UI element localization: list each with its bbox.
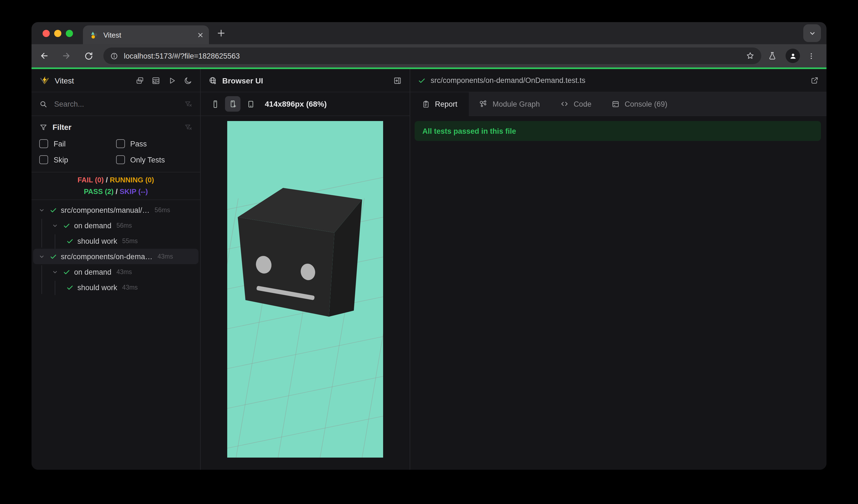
checkbox[interactable] (39, 155, 48, 164)
console-icon (611, 100, 620, 108)
chevron-down-icon[interactable] (39, 254, 45, 259)
filter-checkbox-fail[interactable]: Fail (39, 139, 116, 148)
filter-checkbox-pass[interactable]: Pass (116, 139, 192, 148)
chevron-down-icon[interactable] (39, 207, 45, 213)
reload-button[interactable] (79, 46, 98, 65)
experiments-flask-icon[interactable] (763, 47, 781, 65)
test-case-row[interactable]: should work 43ms (32, 280, 200, 295)
tab-title: Vitest (104, 31, 197, 39)
tab-module-graph[interactable]: Module Graph (469, 92, 550, 115)
close-window-button[interactable] (43, 30, 50, 37)
tree-guide (55, 234, 55, 249)
address-bar[interactable]: localhost:5173/#/?file=1828625563 (104, 48, 761, 64)
forward-button[interactable] (57, 46, 76, 65)
tree-guide (42, 219, 42, 248)
close-tab-icon[interactable] (197, 32, 204, 38)
tree-guide (42, 265, 42, 294)
tab-strip: Vitest (32, 22, 826, 44)
report-body: All tests passed in this file (410, 116, 826, 470)
funnel-icon (39, 123, 48, 131)
browser-tab-vitest[interactable]: Vitest (83, 26, 209, 44)
viewport-size-label: 414x896px (68%) (265, 99, 327, 108)
test-case-row[interactable]: should work 55ms (32, 233, 200, 249)
device-phone-small-icon[interactable] (207, 96, 223, 112)
test-file-row[interactable]: src/components/manual/… 56ms (32, 202, 200, 218)
pass-check-icon (50, 253, 57, 260)
filter-checkbox-skip[interactable]: Skip (39, 155, 116, 164)
code-icon (560, 99, 569, 108)
module-graph-icon (479, 99, 488, 108)
minimize-window-button[interactable] (54, 30, 61, 37)
dark-mode-moon-icon[interactable] (184, 76, 192, 85)
search-row (32, 92, 200, 116)
clear-filters-icon[interactable] (184, 123, 192, 131)
test-suite-row[interactable]: on demand 43ms (32, 264, 200, 280)
checkbox[interactable] (39, 139, 48, 148)
tab-console[interactable]: Console (69) (602, 92, 678, 115)
site-info-icon[interactable] (110, 52, 118, 60)
test-suite-row[interactable]: on demand 56ms (32, 218, 200, 233)
test-summary: FAIL (0) / RUNNING (0) PASS (2) / SKIP (… (32, 173, 200, 200)
pass-check-icon (66, 284, 74, 291)
summary-line-1: FAIL (0) / RUNNING (0) (32, 174, 200, 186)
clipboard-icon (422, 100, 430, 108)
tab-search-button[interactable] (803, 24, 821, 42)
filter-checkbox-only-tests[interactable]: Only Tests (116, 155, 192, 164)
test-file-path: src/components/on-demand/OnDemand.test.t… (431, 76, 586, 84)
robot-cube (238, 188, 362, 316)
device-tablet-icon[interactable] (243, 96, 258, 112)
globe-icon (208, 76, 217, 85)
checkbox[interactable] (116, 155, 125, 164)
report-tabbar: Report Module Graph Code (410, 92, 826, 116)
viewport-area (201, 116, 410, 470)
pass-check-icon (66, 237, 74, 245)
dashboard-icon[interactable] (152, 76, 160, 85)
vitest-ui: Vitest (32, 69, 826, 470)
device-phone-add-icon[interactable] (225, 96, 240, 112)
browser-menu-kebab-icon[interactable] (802, 47, 820, 65)
pass-check-icon (63, 222, 70, 229)
bookmark-star-icon[interactable] (743, 51, 758, 60)
new-tab-button[interactable] (217, 29, 225, 37)
pass-check-icon (63, 268, 70, 276)
pass-check-icon (50, 207, 57, 214)
browser-toolbar: localhost:5173/#/?file=1828625563 (32, 44, 826, 67)
filter-section: Filter Fail Pass (32, 116, 200, 173)
clear-search-filter-icon[interactable] (184, 100, 192, 108)
all-tests-passed-banner: All tests passed in this file (415, 121, 821, 141)
report-panel: src/components/on-demand/OnDemand.test.t… (410, 69, 826, 470)
url-text[interactable]: localhost:5173/#/?file=1828625563 (124, 52, 743, 60)
checkbox[interactable] (116, 139, 125, 148)
browser-ui-header: Browser UI (201, 69, 410, 92)
vitest-favicon (90, 31, 98, 39)
collapse-windows-icon[interactable] (136, 76, 144, 85)
search-input[interactable] (53, 99, 184, 109)
zoom-window-button[interactable] (66, 30, 73, 37)
window-controls (32, 30, 83, 37)
test-tree: src/components/manual/… 56ms on demand 5… (32, 200, 200, 470)
profile-avatar[interactable] (785, 49, 800, 63)
test-file-row-selected[interactable]: src/components/on-dema… 43ms (33, 249, 198, 264)
back-button[interactable] (35, 46, 54, 65)
tree-guide (55, 281, 55, 295)
vitest-logo (39, 75, 50, 86)
browser-ui-title: Browser UI (222, 76, 263, 85)
open-panel-right-icon[interactable] (393, 76, 402, 85)
app-title: Vitest (55, 76, 74, 85)
tab-code[interactable]: Code (550, 92, 602, 115)
browser-window: Vitest (32, 22, 826, 470)
tab-report[interactable]: Report (410, 92, 469, 116)
sidebar: Vitest (32, 69, 201, 470)
run-all-play-icon[interactable] (168, 76, 176, 85)
open-external-icon[interactable] (810, 76, 819, 84)
search-icon (39, 100, 48, 108)
chevron-down-icon[interactable] (52, 223, 58, 228)
screen: Vitest (0, 0, 858, 504)
device-toolbar: 414x896px (68%) (201, 92, 410, 116)
summary-line-2: PASS (2) / SKIP (--) (32, 186, 200, 197)
browser-viewport-iframe[interactable] (227, 121, 383, 458)
chevron-down-icon[interactable] (52, 269, 58, 275)
file-pass-check-icon (418, 77, 426, 84)
report-header: src/components/on-demand/OnDemand.test.t… (410, 69, 826, 92)
sidebar-header: Vitest (32, 69, 200, 92)
